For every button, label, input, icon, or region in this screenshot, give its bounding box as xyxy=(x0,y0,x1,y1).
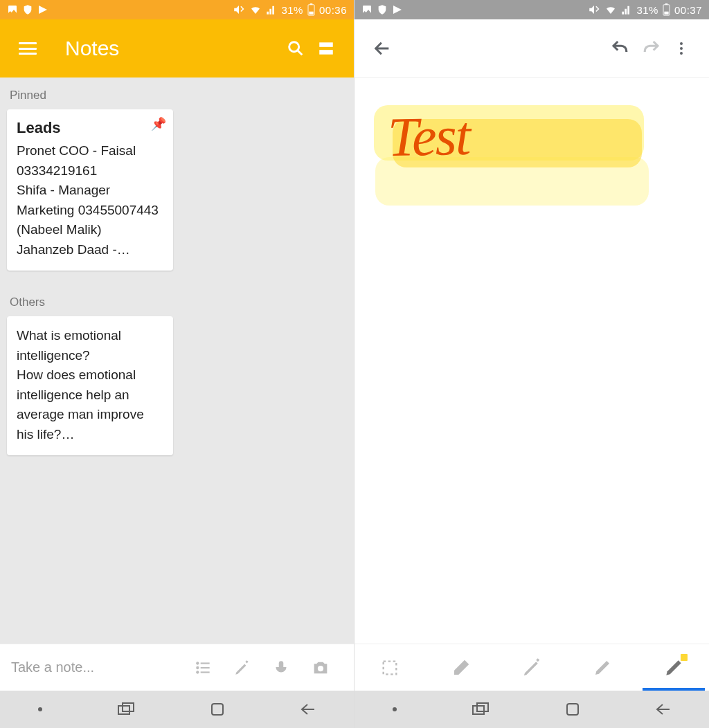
battery-percent: 31% xyxy=(636,4,658,16)
notes-list: Pinned 📌 Leads Pronet COO - Faisal 03334… xyxy=(0,78,354,644)
svg-point-22 xyxy=(680,42,683,45)
play-icon xyxy=(37,4,48,15)
svg-rect-21 xyxy=(664,12,668,15)
pen-icon xyxy=(521,657,542,678)
svg-rect-1 xyxy=(310,3,313,5)
selection-tool[interactable] xyxy=(354,644,425,691)
drawing-toolbar xyxy=(354,644,709,691)
note-card[interactable]: What is emotional intelligence? How does… xyxy=(7,316,173,455)
nav-dot[interactable] xyxy=(391,706,398,713)
nav-back-button[interactable] xyxy=(654,702,672,717)
status-bar: 31% 00:37 xyxy=(354,0,709,19)
svg-point-15 xyxy=(38,707,42,711)
menu-icon xyxy=(19,42,37,55)
mute-icon xyxy=(588,3,600,16)
svg-rect-16 xyxy=(118,706,129,714)
svg-point-23 xyxy=(680,47,683,50)
note-body: What is emotional intelligence? How does… xyxy=(17,326,163,444)
svg-rect-27 xyxy=(473,706,484,714)
list-button[interactable] xyxy=(195,659,226,677)
signal-icon xyxy=(621,4,632,15)
eraser-icon xyxy=(451,657,472,678)
nav-home-button[interactable] xyxy=(564,701,581,718)
wifi-icon xyxy=(604,3,617,16)
svg-point-14 xyxy=(318,666,323,671)
svg-rect-8 xyxy=(201,662,210,664)
pin-icon: 📌 xyxy=(151,116,166,131)
svg-rect-2 xyxy=(309,12,313,15)
svg-point-9 xyxy=(196,666,199,668)
view-toggle-button[interactable] xyxy=(311,33,341,64)
signal-icon xyxy=(266,4,277,15)
svg-rect-10 xyxy=(201,666,210,668)
svg-point-7 xyxy=(196,662,199,664)
pen-tool[interactable] xyxy=(496,644,567,691)
drawing-screen: 31% 00:37 Test xyxy=(354,0,709,728)
more-vert-icon xyxy=(673,40,690,57)
shield-icon xyxy=(377,4,388,15)
svg-point-24 xyxy=(680,52,683,55)
svg-rect-17 xyxy=(123,703,134,711)
camera-button[interactable] xyxy=(311,658,343,677)
highlighter-icon xyxy=(663,657,685,679)
svg-point-3 xyxy=(289,42,299,52)
draw-button[interactable] xyxy=(233,659,265,677)
image-icon xyxy=(361,4,373,15)
drawing-canvas[interactable]: Test xyxy=(354,78,709,644)
shield-icon xyxy=(22,4,33,15)
nav-home-button[interactable] xyxy=(209,701,226,718)
overflow-button[interactable] xyxy=(666,33,697,64)
note-title: Leads xyxy=(17,119,163,137)
app-bar: Notes xyxy=(0,19,354,78)
back-button[interactable] xyxy=(367,33,397,64)
selection-icon xyxy=(380,658,400,677)
redo-button[interactable] xyxy=(636,33,666,64)
page-title: Notes xyxy=(65,37,280,60)
system-nav-bar xyxy=(0,691,354,728)
app-bar xyxy=(354,19,709,78)
nav-recents-button[interactable] xyxy=(117,702,136,717)
image-icon xyxy=(7,4,18,15)
take-note-input[interactable]: Take a note... xyxy=(11,659,188,675)
grid-icon xyxy=(317,39,335,57)
clock-time: 00:36 xyxy=(319,4,347,16)
note-body: Pronet COO - Faisal 03334219161 Shifa - … xyxy=(17,141,163,260)
highlighter-tool[interactable] xyxy=(638,644,709,691)
battery-icon xyxy=(307,3,315,16)
svg-rect-5 xyxy=(319,42,333,47)
svg-rect-6 xyxy=(319,50,333,55)
battery-percent: 31% xyxy=(281,4,303,16)
arrow-back-icon xyxy=(373,39,392,58)
menu-button[interactable] xyxy=(12,33,43,64)
new-note-bar: Take a note... xyxy=(0,644,354,691)
undo-button[interactable] xyxy=(605,33,636,64)
search-button[interactable] xyxy=(280,33,311,64)
battery-icon xyxy=(663,3,670,16)
svg-rect-25 xyxy=(384,661,397,674)
nav-back-button[interactable] xyxy=(299,702,317,717)
svg-point-11 xyxy=(196,671,199,673)
marker-icon xyxy=(592,657,613,678)
svg-rect-12 xyxy=(201,671,210,673)
nav-recents-button[interactable] xyxy=(472,702,491,717)
nav-dot[interactable] xyxy=(37,706,44,713)
svg-rect-18 xyxy=(212,704,223,715)
redo-icon xyxy=(640,38,661,59)
search-icon xyxy=(286,39,305,58)
svg-line-4 xyxy=(298,51,302,55)
note-card-pinned[interactable]: 📌 Leads Pronet COO - Faisal 03334219161 … xyxy=(7,109,173,271)
svg-rect-29 xyxy=(567,704,578,715)
notes-list-screen: 31% 00:36 Notes Pinned 📌 Leads Pronet CO… xyxy=(0,0,354,728)
marker-tool[interactable] xyxy=(567,644,638,691)
handwritten-text: Test xyxy=(387,104,470,169)
undo-icon xyxy=(610,38,631,59)
clock-time: 00:37 xyxy=(674,4,702,16)
mute-icon xyxy=(233,3,245,16)
eraser-tool[interactable] xyxy=(425,644,496,691)
section-pinned-label: Pinned xyxy=(10,89,347,102)
svg-point-26 xyxy=(393,707,397,711)
wifi-icon xyxy=(249,3,262,16)
voice-button[interactable] xyxy=(272,659,304,677)
system-nav-bar xyxy=(354,691,709,728)
svg-rect-28 xyxy=(477,703,488,711)
